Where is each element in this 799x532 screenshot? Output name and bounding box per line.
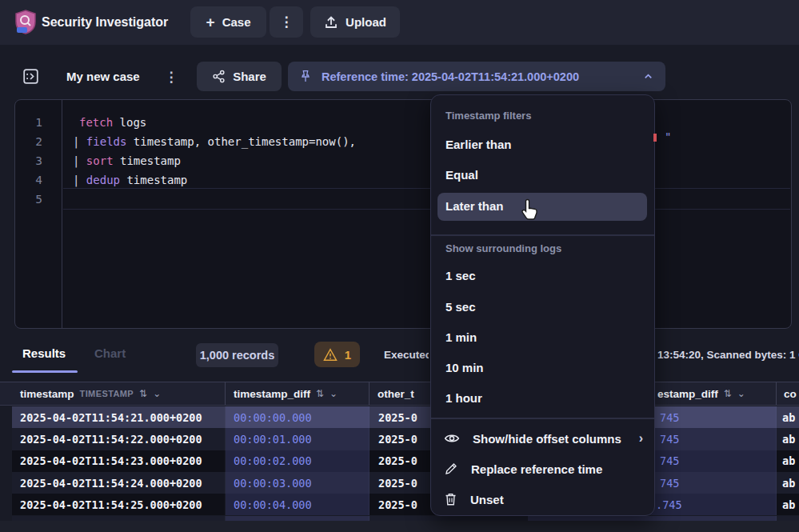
line-number: 2 <box>15 132 62 151</box>
keyword-fetch: fetch <box>79 116 113 129</box>
timestamp-cell: 2025-04-02T11:54:23.000+0200 <box>20 454 202 467</box>
menu-divider <box>431 234 654 236</box>
timestamp-cell: 2025-04-02T11:54:21.000+0200 <box>20 411 202 424</box>
menu-item-label: Unset <box>470 493 504 506</box>
column-header-timestamp[interactable]: timestamp TIMESTAMP ⇅ ⌄ <box>12 382 226 405</box>
trash-icon <box>444 492 457 506</box>
menu-item-earlier-than[interactable]: Earlier than <box>445 134 512 156</box>
code-line-1: fetch logs <box>79 113 146 132</box>
reference-time-label: Reference time: 2025-04-02T11:54:21.000+… <box>322 70 633 83</box>
topbar-overflow-menu-button[interactable]: ⋮ <box>270 6 303 38</box>
reference-time-menu: Timestamp filters Earlier than Equal Lat… <box>430 94 655 516</box>
chevron-down-icon[interactable]: ⌄ <box>153 388 161 399</box>
expand-panel-icon[interactable] <box>22 68 39 85</box>
line-number: 5 <box>15 190 62 209</box>
timestamp-diff-cell: 00:00:03.000 <box>234 477 312 490</box>
chevron-up-icon <box>642 70 654 82</box>
menu-divider <box>431 418 654 419</box>
menu-item-show-hide-offset-columns[interactable]: Show/hide offset columns › <box>431 427 654 450</box>
co-cell: ab <box>782 498 795 511</box>
pencil-icon <box>444 462 458 476</box>
tab-chart[interactable]: Chart <box>94 346 126 360</box>
keyword-dedup: dedup <box>86 174 120 186</box>
table-row[interactable]: 2025-04-02T11:54:23.000+0200 00:00:02.00… <box>0 450 799 472</box>
keyword-fields: fields <box>86 135 127 148</box>
pipe-token: | <box>73 154 86 167</box>
keyword-sort: sort <box>86 154 114 167</box>
case-name: My new case <box>66 60 140 92</box>
share-icon <box>212 70 226 83</box>
other-timestamp-diff-cell: 745 <box>660 411 679 424</box>
code-line-3: | sort timestamp <box>73 151 181 170</box>
menu-item-equal[interactable]: Equal <box>445 164 478 186</box>
table-row[interactable]: 2025-04-02T11:54:22.000+0200 00:00:01.00… <box>0 428 799 450</box>
co-cell: ab <box>782 411 795 424</box>
menu-item-1-hour[interactable]: 1 hour <box>445 387 482 410</box>
co-cell: ab <box>782 477 795 490</box>
app-logo <box>14 10 38 35</box>
menu-item-10-min[interactable]: 10 min <box>445 357 484 379</box>
upload-button[interactable]: Upload <box>310 6 400 38</box>
line-number: 3 <box>15 151 62 170</box>
kebab-icon: ⋮ <box>280 15 294 29</box>
column-header-timestamp-diff[interactable]: timestamp_diff ⇅ ⌄ <box>226 382 370 405</box>
chevron-down-icon[interactable]: ⌄ <box>737 388 745 399</box>
timestamp-cell: 2025-04-02T11:54:24.000+0200 <box>20 477 202 490</box>
column-name: estamp_diff <box>657 388 718 400</box>
menu-item-later-than[interactable]: Later than <box>445 195 504 218</box>
sort-icon[interactable]: ⇅ <box>724 388 732 399</box>
app-title: Security Investigator <box>42 0 168 45</box>
other-timestamp-diff-cell: 745 <box>660 454 679 467</box>
table-row[interactable]: 2025-04-02T11:54:24.000+0200 00:00:03.00… <box>0 472 799 494</box>
other-timestamp-cell: 2025-0 <box>378 477 417 490</box>
menu-item-1-sec[interactable]: 1 sec <box>445 265 476 287</box>
table-header-row: timestamp TIMESTAMP ⇅ ⌄ timestamp_diff ⇅… <box>0 382 799 406</box>
sort-icon[interactable]: ⇅ <box>139 388 147 399</box>
editor-divider <box>63 188 790 189</box>
code-text: timestamp <box>120 174 187 186</box>
code-line-4: | dedup timestamp <box>73 170 187 190</box>
new-case-button-label: Case <box>222 15 251 29</box>
menu-item-replace-reference-time[interactable]: Replace reference time <box>431 458 654 480</box>
line-number: 1 <box>15 113 62 132</box>
tab-results-underline <box>12 370 78 373</box>
co-cell: ab <box>782 433 795 446</box>
tab-results[interactable]: Results <box>22 346 66 360</box>
other-timestamp-diff-cell: .745 <box>656 498 682 511</box>
reference-time-button[interactable]: Reference time: 2025-04-02T11:54:21.000+… <box>288 62 665 91</box>
sort-icon[interactable]: ⇅ <box>316 388 324 399</box>
column-header-co[interactable]: co <box>777 382 799 405</box>
eye-icon <box>444 432 460 445</box>
warning-triangle-icon <box>323 348 338 362</box>
menu-item-1-min[interactable]: 1 min <box>445 326 477 349</box>
records-count-badge: 1,000 records <box>196 343 278 367</box>
table-row[interactable]: 2025-04-02T11:54:25.000+0200 00:00:04.00… <box>0 494 799 515</box>
line-number: 4 <box>15 170 62 190</box>
chevron-down-icon[interactable]: ⌄ <box>330 388 338 399</box>
share-button[interactable]: Share <box>197 62 282 91</box>
menu-item-unset[interactable]: Unset <box>431 488 654 510</box>
shield-search-logo-icon <box>14 10 38 35</box>
menu-item-label: Show/hide offset columns <box>473 432 621 446</box>
column-name: other_t <box>378 388 414 400</box>
other-timestamp-diff-cell: 745 <box>660 433 679 446</box>
code-text: timestamp, other_timestamp=now(), <box>126 135 356 148</box>
warning-count: 1 <box>345 348 351 362</box>
other-timestamp-cell: 2025-0 <box>378 411 417 424</box>
new-case-button[interactable]: + Case <box>190 6 266 38</box>
pipe-token: | <box>73 174 86 186</box>
case-overflow-menu-button[interactable]: ⋮ <box>163 69 179 86</box>
chevron-right-icon: › <box>639 431 643 446</box>
warning-badge[interactable]: 1 <box>314 342 360 367</box>
editor-gutter: 1 2 3 4 5 <box>15 100 62 328</box>
query-editor[interactable]: 1 2 3 4 5 fetch logs | fields timestamp,… <box>14 99 792 329</box>
other-timestamp-cell: 2025-0 <box>378 498 417 511</box>
horizontal-scrollbar-track[interactable] <box>0 521 799 532</box>
table-row[interactable]: 2025-04-02T11:54:21.000+0200 00:00:00.00… <box>0 406 799 428</box>
other-timestamp-cell: 2025-0 <box>378 433 417 446</box>
menu-section-title: Show surrounding logs <box>445 242 561 257</box>
menu-item-5-sec[interactable]: 5 sec <box>445 296 476 318</box>
code-line-2-tail: " <box>665 130 671 143</box>
timestamp-diff-cell: 00:00:04.000 <box>234 498 312 511</box>
timestamp-diff-cell: 00:00:01.000 <box>234 433 312 446</box>
